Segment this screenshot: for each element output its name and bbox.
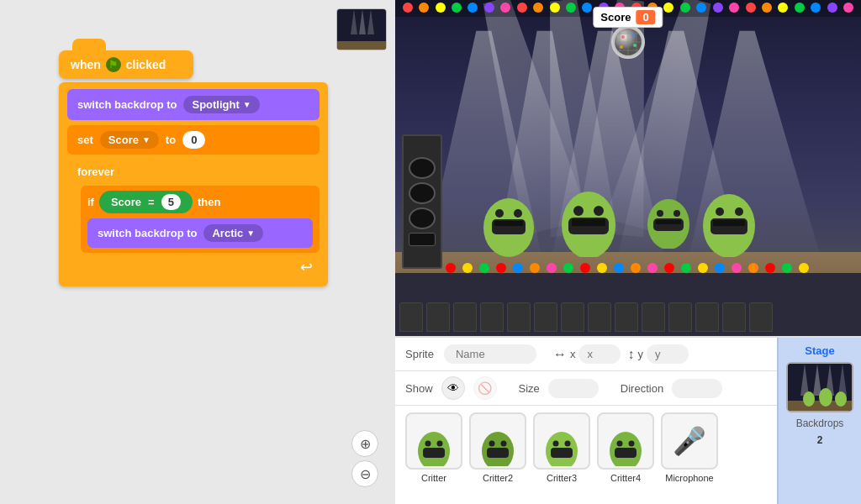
svg-point-65 <box>835 391 847 407</box>
y-label: y <box>637 348 643 360</box>
sprite-thumb-image <box>469 412 526 470</box>
light-bulb <box>746 3 756 13</box>
sprite-name-input[interactable] <box>444 344 536 364</box>
garland-light <box>496 263 506 273</box>
light-bulb <box>533 3 543 13</box>
svg-rect-38 <box>713 220 745 226</box>
light-bulb <box>680 3 690 13</box>
audience-chair <box>480 302 504 332</box>
score-variable[interactable]: Score ▼ <box>100 131 159 149</box>
svg-rect-46 <box>487 448 509 458</box>
main-container: switch backdrop to Spotlight ▼ set Score… <box>59 82 328 286</box>
show-hidden-button[interactable]: 🚫 <box>473 376 497 400</box>
backdrops-label: Backdrops <box>796 417 844 429</box>
light-bulb <box>729 3 739 13</box>
svg-rect-33 <box>656 220 681 224</box>
zoom-controls: ⊕ ⊖ <box>351 430 378 487</box>
sprite-label: Sprite <box>405 348 434 360</box>
when-flag-block[interactable]: when clicked <box>59 50 193 79</box>
light-bulb <box>827 3 837 13</box>
garland-light <box>597 263 607 273</box>
forever-block[interactable]: forever <box>67 160 320 184</box>
size-input[interactable] <box>548 379 599 398</box>
arctic-dropdown[interactable]: Arctic ▼ <box>203 224 263 242</box>
sprite-thumbnail[interactable]: Critter2 <box>469 412 526 483</box>
stage-sidebar: Stage Backdrops 2 <box>777 338 861 504</box>
speaker-left <box>402 134 442 269</box>
svg-point-18 <box>631 34 635 37</box>
score-display: Score 0 <box>593 7 663 28</box>
svg-point-52 <box>565 441 571 447</box>
disco-ball <box>611 25 645 59</box>
sprite-thumb-label: Microphone <box>665 473 713 483</box>
loop-arrow-icon: ↩ <box>67 255 320 280</box>
zoom-in-button[interactable]: ⊕ <box>351 430 378 457</box>
svg-rect-4 <box>337 41 387 50</box>
when-label: when <box>71 58 101 71</box>
speaker-unit <box>409 157 436 179</box>
show-visible-button[interactable]: 👁 <box>441 376 465 400</box>
audience-chair <box>588 302 611 332</box>
svg-point-43 <box>425 441 431 447</box>
switch-backdrop-block-1[interactable]: switch backdrop to Spotlight ▼ <box>67 89 320 120</box>
spotlight-dropdown[interactable]: Spotlight ▼ <box>183 96 259 113</box>
stage-tab[interactable]: Stage <box>805 344 834 357</box>
stage-backdrop-thumb[interactable] <box>786 362 853 412</box>
light-bulb <box>713 3 723 13</box>
audience-chair <box>561 302 584 332</box>
switch-backdrop-block-2[interactable]: switch backdrop to Arctic ▼ <box>87 218 313 248</box>
garland-light <box>748 263 758 273</box>
garland-light <box>547 263 557 273</box>
svg-point-48 <box>501 441 507 447</box>
garland-light <box>664 263 674 273</box>
dropdown-arrow-icon: ▼ <box>243 100 251 109</box>
x-input[interactable] <box>578 344 621 364</box>
light-bulb <box>778 3 788 13</box>
garland-light <box>479 263 489 273</box>
var-dropdown-icon: ▼ <box>142 135 151 144</box>
if-block: if Score = 5 then switch backdrop to Arc… <box>81 186 320 253</box>
light-bulb <box>582 3 592 13</box>
garland-light <box>782 263 792 273</box>
speaker-unit <box>409 233 436 246</box>
sprite-thumbnail[interactable]: Critter <box>405 412 462 483</box>
sprite-thumb-image <box>533 412 590 470</box>
garland-light <box>446 263 456 273</box>
condition-block[interactable]: Score = 5 <box>99 191 193 213</box>
garland-light <box>631 263 641 273</box>
clicked-label: clicked <box>126 58 166 71</box>
score-value-input[interactable]: 0 <box>182 131 205 149</box>
svg-point-24 <box>495 209 504 218</box>
garland-light <box>462 263 473 273</box>
sprite-thumbnail[interactable]: 🎤Microphone <box>661 412 718 483</box>
garland-light <box>614 263 624 273</box>
audience-area <box>395 273 861 336</box>
svg-rect-54 <box>615 448 637 458</box>
garland-light <box>513 263 523 273</box>
sprite-thumb-image <box>597 412 654 470</box>
light-bulb <box>517 3 527 13</box>
switch-backdrop-label-2: switch backdrop to <box>98 227 197 239</box>
y-input[interactable] <box>647 344 689 364</box>
svg-point-29 <box>573 206 584 216</box>
audience-chair <box>534 302 557 332</box>
code-panel: when clicked switch backdrop to Spotligh… <box>0 0 395 504</box>
condition-value[interactable]: 5 <box>161 194 181 210</box>
light-bulb <box>795 3 805 13</box>
direction-input[interactable] <box>672 379 722 398</box>
garland-light <box>698 263 708 273</box>
stage-critter-4 <box>698 169 761 260</box>
garland-light <box>647 263 658 273</box>
svg-point-35 <box>673 210 680 217</box>
sprite-thumb-label: Critter3 <box>547 473 577 483</box>
svg-point-56 <box>629 441 635 447</box>
audience-chair <box>695 302 719 332</box>
garland-light <box>799 263 809 273</box>
sprite-thumbnail[interactable]: Critter3 <box>533 412 590 483</box>
zoom-out-button[interactable]: ⊖ <box>351 460 378 487</box>
set-score-block[interactable]: set Score ▼ to 0 <box>67 125 320 155</box>
bottom-panel: Sprite ↔ x ↕ y Show 👁 🚫 Size Direction <box>395 336 861 504</box>
sprite-thumbnail[interactable]: Critter4 <box>597 412 654 483</box>
arrow-xy-group: ↔ x ↕ y <box>553 344 689 364</box>
garland-light <box>681 263 691 273</box>
